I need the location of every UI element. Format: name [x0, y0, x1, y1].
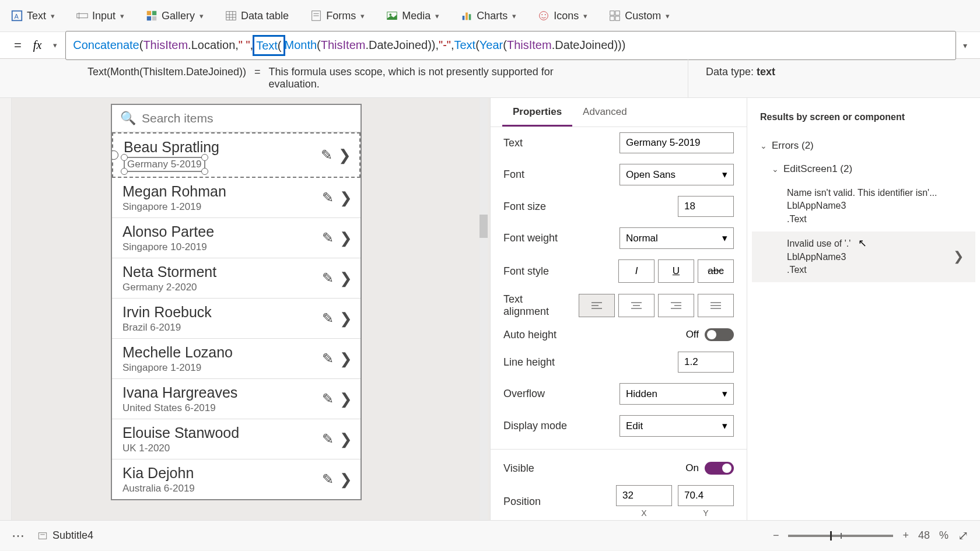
ribbon-icons[interactable]: Icons ▾	[533, 7, 592, 24]
chevron-down-icon: ⌄	[760, 141, 767, 150]
ribbon-media-label: Media	[402, 10, 430, 22]
prop-lineheight-input[interactable]	[678, 352, 734, 373]
svg-rect-5	[152, 11, 156, 15]
autoheight-toggle[interactable]	[705, 328, 734, 341]
align-justify-button[interactable]	[698, 294, 734, 317]
chevron-right-icon[interactable]: ❯	[340, 229, 352, 247]
edit-icon[interactable]: ✎	[322, 350, 334, 367]
edit-icon[interactable]: ✎	[322, 431, 334, 447]
formula-input[interactable]: Concatenate(ThisItem.Location, " ", Text…	[65, 31, 956, 60]
underline-button[interactable]: U	[658, 259, 694, 283]
gallery-control[interactable]: 🔍 Beau SpratlingGermany 5-2019✎❯Megan Ro…	[111, 104, 362, 500]
errors-screen-group[interactable]: ⌄EditScreen1 (2)	[752, 157, 975, 181]
visible-toggle[interactable]	[705, 462, 734, 475]
chevron-right-icon[interactable]: ❯	[338, 146, 351, 164]
ribbon-input[interactable]: Input ▾	[71, 7, 129, 24]
chevron-right-icon[interactable]: ❯	[340, 189, 352, 207]
svg-rect-19	[466, 13, 468, 20]
svg-rect-7	[152, 16, 156, 20]
edit-icon[interactable]: ✎	[322, 391, 334, 407]
ribbon-charts-label: Charts	[477, 10, 508, 22]
chevron-right-icon[interactable]: ❯	[340, 390, 352, 408]
list-item[interactable]: Elouise StanwoodUK 1-2020✎❯	[112, 419, 360, 459]
italic-button[interactable]: I	[618, 259, 654, 283]
tooltip-equals: =	[254, 66, 261, 90]
prop-font-select[interactable]: Open Sans▾	[620, 164, 734, 185]
zoom-percent: %	[939, 529, 949, 542]
prop-size-input[interactable]	[678, 196, 734, 217]
prop-displaymode-select[interactable]: Edit▾	[620, 415, 734, 437]
strike-button[interactable]: abc	[698, 259, 734, 283]
edit-icon[interactable]: ✎	[322, 270, 334, 286]
fx-label[interactable]: fx	[30, 38, 45, 52]
workspace: 🔍 Beau SpratlingGermany 5-2019✎❯Megan Ro…	[0, 98, 980, 520]
item-subtitle: Singapore 1-2019	[123, 201, 322, 213]
ribbon-charts[interactable]: Charts ▾	[456, 7, 521, 24]
fx-chevron-icon[interactable]: ▾	[45, 41, 65, 50]
error-item-selected[interactable]: Invalid use of '.' LblAppName3 .Text ❯	[752, 231, 975, 282]
item-subtitle[interactable]: Germany 5-2019	[124, 157, 321, 172]
item-subtitle: Singapore 1-2019	[123, 362, 322, 374]
canvas-scrollbar[interactable]	[480, 98, 488, 520]
list-item[interactable]: Beau SpratlingGermany 5-2019✎❯	[112, 132, 360, 178]
edit-icon[interactable]: ✎	[321, 147, 332, 163]
item-name: Kia Dejohn	[123, 464, 322, 482]
ribbon-text[interactable]: A Text ▾	[6, 7, 60, 24]
chevron-down-icon: ▾	[722, 420, 727, 432]
gallery-list[interactable]: Beau SpratlingGermany 5-2019✎❯Megan Rohm…	[112, 132, 360, 494]
list-item[interactable]: Neta StormentGermany 2-2020✎❯	[112, 258, 360, 299]
fullscreen-icon[interactable]: ⤢	[958, 528, 968, 543]
edit-icon[interactable]: ✎	[322, 230, 334, 246]
zoom-in-button[interactable]: +	[902, 529, 909, 542]
position-x-input[interactable]	[616, 485, 672, 506]
align-center-button[interactable]	[618, 294, 654, 317]
prop-weight-select[interactable]: Normal▾	[620, 227, 734, 249]
ribbon-forms[interactable]: Forms ▾	[305, 7, 369, 24]
list-item[interactable]: Megan RohmanSingapore 1-2019✎❯	[112, 178, 360, 218]
chevron-right-icon[interactable]: ❯	[340, 430, 352, 448]
svg-point-17	[390, 13, 392, 16]
edit-icon[interactable]: ✎	[322, 310, 334, 327]
ribbon-input-label: Input	[92, 10, 116, 22]
list-item[interactable]: Alonso ParteeSingapore 10-2019✎❯	[112, 218, 360, 258]
prop-visible-label: Visible	[503, 462, 677, 475]
breadcrumb[interactable]: Subtitle4	[37, 529, 93, 542]
item-name: Irvin Roebuck	[123, 303, 322, 321]
ribbon-media[interactable]: Media ▾	[381, 7, 444, 24]
position-y-input[interactable]	[678, 485, 734, 506]
chevron-right-icon[interactable]: ❯	[340, 350, 352, 368]
list-item[interactable]: Ivana HargreavesUnited States 6-2019✎❯	[112, 379, 360, 419]
errors-group[interactable]: ⌄Errors (2)	[752, 134, 975, 157]
edit-icon[interactable]: ✎	[322, 471, 334, 487]
list-item[interactable]: Kia DejohnAustralia 6-2019✎❯	[112, 459, 360, 494]
error-item[interactable]: Name isn't valid. This identifier isn'..…	[752, 181, 975, 231]
edit-icon[interactable]: ✎	[322, 189, 334, 206]
zoom-value: 48	[918, 529, 930, 542]
search-input[interactable]	[142, 111, 352, 125]
y-label: Y	[678, 508, 734, 518]
align-right-button[interactable]	[658, 294, 694, 317]
ribbon-gallery[interactable]: Gallery ▾	[141, 7, 208, 24]
canvas-area[interactable]: 🔍 Beau SpratlingGermany 5-2019✎❯Megan Ro…	[12, 98, 490, 520]
chevron-right-icon[interactable]: ❯	[340, 269, 352, 287]
prop-overflow-select[interactable]: Hidden▾	[620, 383, 734, 405]
autoheight-state: Off	[686, 329, 699, 341]
formula-expand-icon[interactable]: ▾	[956, 41, 974, 50]
chevron-right-icon[interactable]: ❯	[340, 471, 352, 489]
status-bar: ⋯ Subtitle4 − + 48 % ⤢	[0, 520, 980, 550]
ribbon-datatable[interactable]: Data table	[220, 7, 293, 24]
tab-advanced[interactable]: Advanced	[572, 98, 638, 127]
list-item[interactable]: Irvin RoebuckBrazil 6-2019✎❯	[112, 299, 360, 339]
svg-rect-40	[38, 532, 47, 539]
label-icon	[37, 531, 48, 541]
tab-properties[interactable]: Properties	[502, 98, 572, 127]
list-item[interactable]: Mechelle LozanoSingapore 1-2019✎❯	[112, 339, 360, 379]
prop-position-label: Position	[503, 496, 608, 508]
align-left-button[interactable]	[579, 294, 615, 317]
prop-text-input[interactable]	[620, 132, 734, 153]
ribbon-custom[interactable]: Custom ▾	[604, 7, 674, 24]
zoom-slider[interactable]	[788, 535, 893, 537]
overflow-menu[interactable]: ⋯	[12, 528, 26, 543]
zoom-out-button[interactable]: −	[773, 529, 779, 542]
chevron-right-icon[interactable]: ❯	[340, 310, 352, 328]
